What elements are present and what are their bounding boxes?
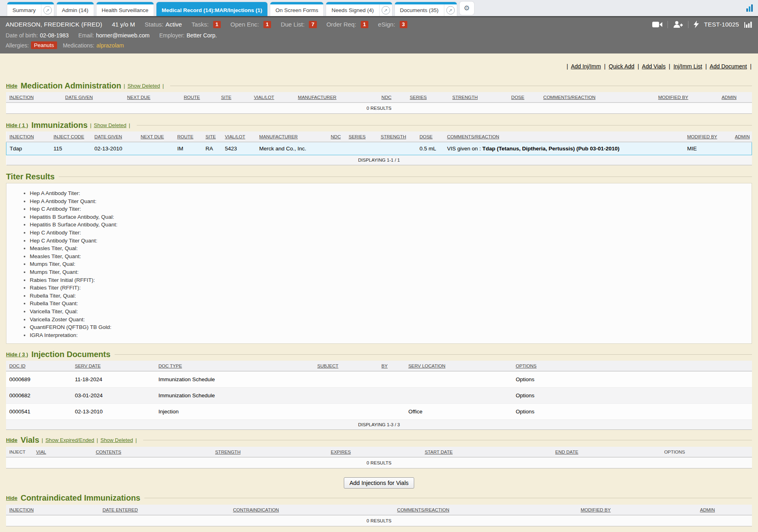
column-header[interactable]: SITE <box>218 92 251 103</box>
immunizations-hide-link[interactable]: Hide ( 1 ) <box>6 122 28 128</box>
column-header[interactable]: OPTIONS <box>512 361 752 371</box>
column-header[interactable]: INJECTION <box>6 92 62 103</box>
column-header[interactable]: SITE <box>202 131 222 142</box>
bar-chart-icon[interactable] <box>746 4 754 14</box>
lightning-icon[interactable] <box>694 21 699 28</box>
column-header[interactable]: DOSE <box>416 131 444 142</box>
tab-needs-signed-label[interactable]: Needs Signed (4) <box>326 4 379 16</box>
column-header[interactable]: MODIFIED BY <box>684 131 732 142</box>
vials-show-deleted-link[interactable]: Show Deleted <box>101 437 133 443</box>
vials-hide-link[interactable]: Hide <box>6 437 17 443</box>
document-row[interactable]: 0000541 02-13-2010 Injection Office Opti… <box>6 403 752 419</box>
column-header[interactable]: MANUFACTURER <box>295 92 378 103</box>
column-header[interactable]: SUBJECT <box>314 361 378 371</box>
tab-admin-label[interactable]: Admin (14) <box>57 4 94 16</box>
column-header[interactable]: MODIFIED BY <box>577 505 697 515</box>
options-menu[interactable]: Options <box>512 371 752 387</box>
tab-medical-record[interactable]: Medical Record (14):MAR/Injections (1) <box>156 2 267 16</box>
column-header[interactable]: STRENGTH <box>449 92 508 103</box>
column-header[interactable]: NDC <box>378 92 407 103</box>
column-header[interactable]: VIAL/LOT <box>251 92 294 103</box>
column-header[interactable]: DOC TYPE <box>155 361 314 371</box>
order-req-badge[interactable]: 1 <box>361 21 368 28</box>
column-header[interactable]: EXPIRES <box>327 447 421 457</box>
injection-documents-hide-link[interactable]: Hide ( 3 ) <box>6 351 28 357</box>
tab-on-screen-forms-label[interactable]: On Screen Forms <box>270 4 324 16</box>
add-document-link[interactable]: Add Document <box>710 63 747 70</box>
column-header[interactable]: ADMIN <box>718 92 752 103</box>
column-header[interactable]: ROUTE <box>181 92 218 103</box>
column-header[interactable]: CONTENTS <box>92 447 212 457</box>
tab-documents-popout[interactable]: ↗ <box>444 4 457 16</box>
column-header[interactable]: STRENGTH <box>212 447 328 457</box>
column-header[interactable]: DATE GIVEN <box>91 131 138 142</box>
med-admin-hide-link[interactable]: Hide <box>6 83 17 89</box>
tab-documents-label[interactable]: Documents (35) <box>395 4 444 16</box>
column-header[interactable]: ADMIN <box>697 505 752 515</box>
column-header[interactable]: END DATE <box>552 447 661 457</box>
column-header[interactable]: MODIFIED BY <box>655 92 719 103</box>
tab-health-surveillance-label[interactable]: Health Surveillance <box>97 4 154 16</box>
immunizations-show-deleted-link[interactable]: Show Deleted <box>94 122 126 128</box>
immunization-row[interactable]: Tdap 115 02-13-2010 IM RA 5423 Merck and… <box>6 142 752 155</box>
column-header[interactable]: INJECTION <box>6 131 50 142</box>
tab-summary-popout[interactable]: ↗ <box>41 4 54 16</box>
column-header[interactable]: MANUFACTURER <box>256 131 328 142</box>
tab-documents[interactable]: Documents (35) ↗ <box>395 2 457 16</box>
column-header[interactable]: SERIES <box>407 92 449 103</box>
med-admin-show-deleted-link[interactable]: Show Deleted <box>127 83 160 89</box>
esign-badge[interactable]: 3 <box>400 21 407 28</box>
contraindicated-hide-link[interactable]: Hide <box>6 495 17 501</box>
column-header[interactable]: NDC <box>328 131 345 142</box>
column-header[interactable]: CONTRAINDICATION <box>230 505 394 515</box>
column-header[interactable]: DATE ENTERED <box>99 505 230 515</box>
add-inj-imm-link[interactable]: Add Inj/Imm <box>571 63 601 70</box>
options-menu[interactable]: Options <box>512 387 752 403</box>
column-header[interactable]: COMMENTS/REACTION <box>444 131 684 142</box>
column-header[interactable]: NEXT DUE <box>138 131 174 142</box>
add-vials-link[interactable]: Add Vials <box>642 63 666 70</box>
column-header[interactable]: SERIES <box>345 131 378 142</box>
column-header[interactable]: COMMENTS/REACTION <box>540 92 655 103</box>
column-header[interactable]: DATE GIVEN <box>62 92 124 103</box>
tab-summary[interactable]: Summary ↗ <box>7 2 54 16</box>
column-header[interactable]: START DATE <box>421 447 552 457</box>
column-header[interactable]: ADMIN <box>731 131 752 142</box>
column-header[interactable]: STRENGTH <box>378 131 416 142</box>
tab-health-surveillance[interactable]: Health Surveillance <box>97 2 154 16</box>
column-header[interactable]: VIAL <box>33 447 92 457</box>
column-header[interactable]: NEXT DUE <box>124 92 181 103</box>
bar-chart-icon[interactable] <box>744 21 752 28</box>
open-enc-badge[interactable]: 1 <box>263 21 271 28</box>
column-header[interactable]: BY <box>378 361 405 371</box>
inj-imm-list-link[interactable]: Inj/Imm List <box>674 63 703 70</box>
column-header[interactable]: VIAL/LOT <box>222 131 256 142</box>
allergy-badge[interactable]: Peanuts <box>31 41 58 49</box>
document-row[interactable]: 0000689 11-18-2024 Immunization Schedule… <box>6 371 752 387</box>
column-header[interactable]: COMMENTS/REACTION <box>394 505 577 515</box>
column-header[interactable]: DOSE <box>508 92 540 103</box>
vials-show-expired-link[interactable]: Show Expired/Ended <box>45 437 94 443</box>
add-injections-for-vials-button[interactable]: Add Injections for Vials <box>344 477 414 489</box>
column-header[interactable]: SERV DATE <box>72 361 155 371</box>
column-header[interactable]: ROUTE <box>174 131 202 142</box>
column-header[interactable]: DOC ID <box>6 361 72 371</box>
document-row[interactable]: 0000682 03-01-2024 Immunization Schedule… <box>6 387 752 403</box>
column-header[interactable]: INJECTION <box>6 505 99 515</box>
medication-link[interactable]: alprazolam <box>97 42 124 49</box>
quick-add-link[interactable]: Quick Add <box>609 63 635 70</box>
column-header[interactable]: SERV LOCATION <box>405 361 512 371</box>
due-list-badge[interactable]: 7 <box>309 21 316 28</box>
column-header[interactable]: INJECT CODE <box>50 131 91 142</box>
gear-icon[interactable]: ⚙ <box>460 2 474 15</box>
video-camera-icon[interactable] <box>652 21 662 28</box>
tasks-badge[interactable]: 1 <box>213 21 221 28</box>
options-menu[interactable]: Options <box>512 403 752 419</box>
add-person-icon[interactable] <box>673 21 683 28</box>
tab-needs-signed-popout[interactable]: ↗ <box>379 4 392 16</box>
tab-needs-signed[interactable]: Needs Signed (4) ↗ <box>326 2 392 16</box>
tab-admin[interactable]: Admin (14) <box>57 2 94 16</box>
tab-on-screen-forms[interactable]: On Screen Forms <box>270 2 324 16</box>
tab-summary-label[interactable]: Summary <box>7 4 41 16</box>
tab-medical-record-label[interactable]: Medical Record (14):MAR/Injections (1) <box>156 4 267 16</box>
